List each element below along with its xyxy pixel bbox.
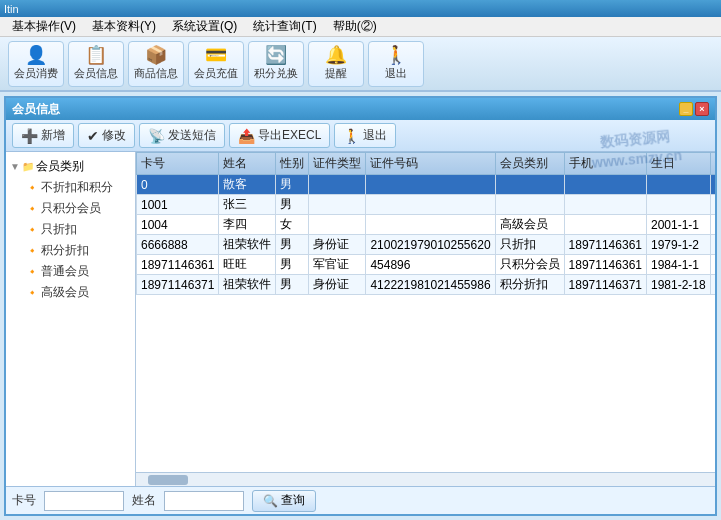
table-cell: 6666888 — [137, 235, 219, 255]
window-titlebar: 会员信息 _ × — [6, 98, 715, 120]
points-exchange-btn[interactable]: 🔄 积分兑换 — [248, 41, 304, 87]
window-exit-icon: 🚶 — [343, 128, 360, 144]
close-btn[interactable]: × — [695, 102, 709, 116]
table-cell — [646, 175, 710, 195]
table-cell: 1004 — [137, 215, 219, 235]
table-cell — [366, 175, 495, 195]
tree-item-vip[interactable]: 🔸 高级会员 — [6, 282, 135, 303]
scrollbar-thumb[interactable] — [148, 475, 188, 485]
table-cell — [309, 215, 366, 235]
table-cell: 1984-1-1 — [646, 255, 710, 275]
table-header-row: 卡号 姓名 性别 证件类型 证件号码 会员类别 手机 生日 其他 — [137, 153, 716, 175]
member-info-btn[interactable]: 📋 会员信息 — [68, 41, 124, 87]
table-cell: 男 — [276, 255, 309, 275]
col-card: 卡号 — [137, 153, 219, 175]
points-exchange-label: 积分兑换 — [254, 66, 298, 81]
member-recharge-label: 会员充值 — [194, 66, 238, 81]
table-cell: 身份证 — [309, 275, 366, 295]
table-cell — [710, 215, 715, 235]
search-button[interactable]: 🔍 查询 — [252, 490, 316, 512]
product-info-btn[interactable]: 📦 商品信息 — [128, 41, 184, 87]
menu-system-settings[interactable]: 系统设置(Q) — [164, 18, 245, 35]
table-cell: 18971146371 — [137, 275, 219, 295]
table-cell: 男 — [276, 235, 309, 255]
product-info-label: 商品信息 — [134, 66, 178, 81]
table-cell — [564, 215, 646, 235]
table-cell — [646, 195, 710, 215]
tree-root[interactable]: ▼ 📁 会员类别 — [6, 156, 135, 177]
title-text: Itin — [4, 3, 19, 15]
table-row[interactable]: 18971146371祖荣软件男身份证412221981021455986积分折… — [137, 275, 716, 295]
menu-stats-query[interactable]: 统计查询(T) — [245, 18, 324, 35]
send-sms-btn[interactable]: 📡 发送短信 — [139, 123, 225, 148]
table-cell: 1001 — [137, 195, 219, 215]
menu-basic-data[interactable]: 基本资料(Y) — [84, 18, 164, 35]
table-cell: 18971146361 — [137, 255, 219, 275]
col-phone: 手机 — [564, 153, 646, 175]
tree-item-no-discount[interactable]: 🔸 不折扣和积分 — [6, 177, 135, 198]
export-icon: 📤 — [238, 128, 255, 144]
add-btn[interactable]: ➕ 新增 — [12, 123, 74, 148]
table-row[interactable]: 6666888祖荣软件男身份证210021979010255620只折扣1897… — [137, 235, 716, 255]
table-cell: 18971146361 — [564, 235, 646, 255]
tree-item-points-discount[interactable]: 🔸 积分折扣 — [6, 240, 135, 261]
tree-panel: ▼ 📁 会员类别 🔸 不折扣和积分 🔸 只积分会员 🔸 只折扣 🔸 — [6, 152, 136, 486]
edit-icon: ✔ — [87, 128, 99, 144]
table-row[interactable]: 0散客男 — [137, 175, 716, 195]
tree-item-icon-1: 🔸 — [26, 203, 38, 214]
edit-btn[interactable]: ✔ 修改 — [78, 123, 135, 148]
window-controls: _ × — [679, 102, 709, 116]
member-info-label: 会员信息 — [74, 66, 118, 81]
tree-item-regular[interactable]: 🔸 普通会员 — [6, 261, 135, 282]
table-row[interactable]: 1001张三男 — [137, 195, 716, 215]
points-exchange-icon: 🔄 — [265, 46, 287, 64]
add-label: 新增 — [41, 127, 65, 144]
edit-label: 修改 — [102, 127, 126, 144]
table-row[interactable]: 1004李四女高级会员2001-1-1 — [137, 215, 716, 235]
table-cell — [309, 195, 366, 215]
tree-root-label: 会员类别 — [36, 158, 84, 175]
table-cell: 散客 — [219, 175, 276, 195]
tree-item-points-only[interactable]: 🔸 只积分会员 — [6, 198, 135, 219]
table-cell: 祖荣软件 — [219, 275, 276, 295]
member-recharge-btn[interactable]: 💳 会员充值 — [188, 41, 244, 87]
minimize-btn[interactable]: _ — [679, 102, 693, 116]
menu-help[interactable]: 帮助(②) — [325, 18, 385, 35]
table-cell: 1981-2-18 — [646, 275, 710, 295]
table-cell: 只折扣 — [495, 235, 564, 255]
col-gender: 性别 — [276, 153, 309, 175]
tree-item-icon-3: 🔸 — [26, 245, 38, 256]
table-cell: 李四 — [219, 215, 276, 235]
search-name-input[interactable] — [164, 491, 244, 511]
member-table-area[interactable]: 卡号 姓名 性别 证件类型 证件号码 会员类别 手机 生日 其他 — [136, 152, 715, 472]
table-cell — [710, 175, 715, 195]
tree-expand-icon: ▼ — [10, 161, 20, 172]
tree-item-discount-only[interactable]: 🔸 只折扣 — [6, 219, 135, 240]
add-icon: ➕ — [21, 128, 38, 144]
table-row[interactable]: 18971146361旺旺男军官证454896只积分会员189711463611… — [137, 255, 716, 275]
horizontal-scrollbar[interactable] — [136, 472, 715, 486]
table-cell: 412221981021455986 — [366, 275, 495, 295]
export-excel-btn[interactable]: 📤 导出EXECL — [229, 123, 330, 148]
tree-item-label-4: 普通会员 — [41, 263, 89, 280]
tree-item-icon-5: 🔸 — [26, 287, 38, 298]
search-card-input[interactable] — [44, 491, 124, 511]
content-area: ▼ 📁 会员类别 🔸 不折扣和积分 🔸 只积分会员 🔸 只折扣 🔸 — [6, 152, 715, 486]
table-cell — [564, 175, 646, 195]
menu-basic-ops[interactable]: 基本操作(V) — [4, 18, 84, 35]
table-cell: 男 — [276, 195, 309, 215]
send-sms-icon: 📡 — [148, 128, 165, 144]
member-consume-label: 会员消费 — [14, 66, 58, 81]
table-cell: 18971146371 — [564, 275, 646, 295]
table-cell: 旺旺 — [219, 255, 276, 275]
exit-btn[interactable]: 🚶 退出 — [368, 41, 424, 87]
window-container: 会员信息 _ × ➕ 新增 ✔ 修改 📡 发送短信 📤 导出EXECL — [0, 92, 721, 520]
table-cell: 积分折扣 — [495, 275, 564, 295]
reminder-btn[interactable]: 🔔 提醒 — [308, 41, 364, 87]
product-info-icon: 📦 — [145, 46, 167, 64]
col-birthday: 生日 — [646, 153, 710, 175]
window-exit-btn[interactable]: 🚶 退出 — [334, 123, 396, 148]
reminder-icon: 🔔 — [325, 46, 347, 64]
tree-item-label-0: 不折扣和积分 — [41, 179, 113, 196]
member-consume-btn[interactable]: 👤 会员消费 — [8, 41, 64, 87]
